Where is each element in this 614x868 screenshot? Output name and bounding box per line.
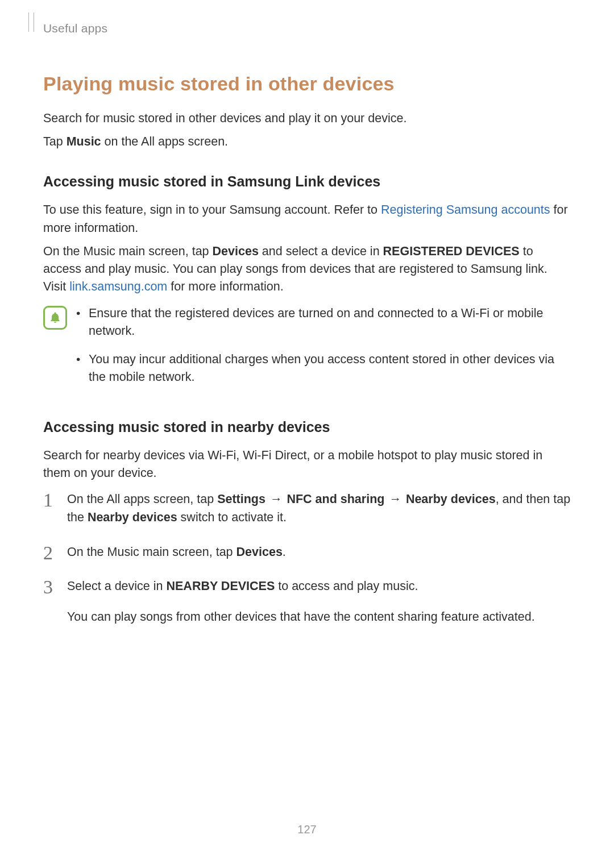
text: On the All apps screen, tap — [67, 492, 217, 506]
bold-text: NEARBY DEVICES — [167, 579, 275, 593]
bold-text: Music — [67, 135, 101, 148]
note-bell-icon — [43, 306, 67, 330]
numbered-steps: On the All apps screen, tap Settings → N… — [43, 490, 571, 626]
note-icon-cell — [43, 305, 75, 396]
arrow: → — [384, 492, 405, 506]
link-registering-samsung-accounts[interactable]: Registering Samsung accounts — [381, 203, 550, 217]
text: on the All apps screen. — [101, 135, 229, 148]
section-heading-nearby-devices: Accessing music stored in nearby devices — [43, 419, 571, 435]
chapter-title: Useful apps — [43, 22, 571, 35]
step-1: On the All apps screen, tap Settings → N… — [43, 490, 571, 527]
bold-text: Devices — [213, 244, 259, 258]
text: switch to activate it. — [177, 510, 287, 524]
text: and select a device in — [259, 244, 383, 258]
text: On the Music main screen, tap — [67, 545, 237, 559]
section2-intro: Search for nearby devices via Wi-Fi, Wi-… — [43, 447, 571, 482]
page: Useful apps Playing music stored in othe… — [0, 0, 614, 868]
step-2: On the Music main screen, tap Devices. — [43, 543, 571, 561]
link-samsung-com[interactable]: link.samsung.com — [69, 280, 167, 293]
text: Tap — [43, 135, 67, 148]
intro-paragraph-2: Tap Music on the All apps screen. — [43, 133, 571, 151]
bell-icon — [48, 311, 62, 325]
note-item: Ensure that the registered devices are t… — [75, 305, 571, 340]
bold-text: NFC and sharing — [287, 492, 384, 506]
text: to access and play music. — [275, 579, 418, 593]
text: . — [283, 545, 286, 559]
section1-paragraph-2: On the Music main screen, tap Devices an… — [43, 243, 571, 296]
intro-paragraph-1: Search for music stored in other devices… — [43, 110, 571, 127]
step-3-sub: You can play songs from other devices th… — [67, 608, 571, 626]
text: To use this feature, sign in to your Sam… — [43, 203, 381, 217]
text: On the Music main screen, tap — [43, 244, 213, 258]
arrow: → — [265, 492, 287, 506]
text: for more information. — [167, 280, 283, 293]
text: Select a device in — [67, 579, 167, 593]
page-title: Playing music stored in other devices — [43, 73, 571, 95]
step-3: Select a device in NEARBY DEVICES to acc… — [43, 577, 571, 626]
note-block: Ensure that the registered devices are t… — [43, 305, 571, 396]
note-item: You may incur additional charges when yo… — [75, 351, 571, 386]
margin-marker — [28, 13, 34, 32]
bold-text: REGISTERED DEVICES — [383, 244, 520, 258]
section1-paragraph-1: To use this feature, sign in to your Sam… — [43, 201, 571, 236]
bold-text: Settings — [217, 492, 265, 506]
note-list: Ensure that the registered devices are t… — [75, 305, 571, 396]
page-number: 127 — [0, 823, 614, 836]
bold-text: Nearby devices — [88, 510, 177, 524]
section-heading-samsung-link: Accessing music stored in Samsung Link d… — [43, 173, 571, 190]
bold-text: Nearby devices — [406, 492, 496, 506]
bold-text: Devices — [237, 545, 283, 559]
